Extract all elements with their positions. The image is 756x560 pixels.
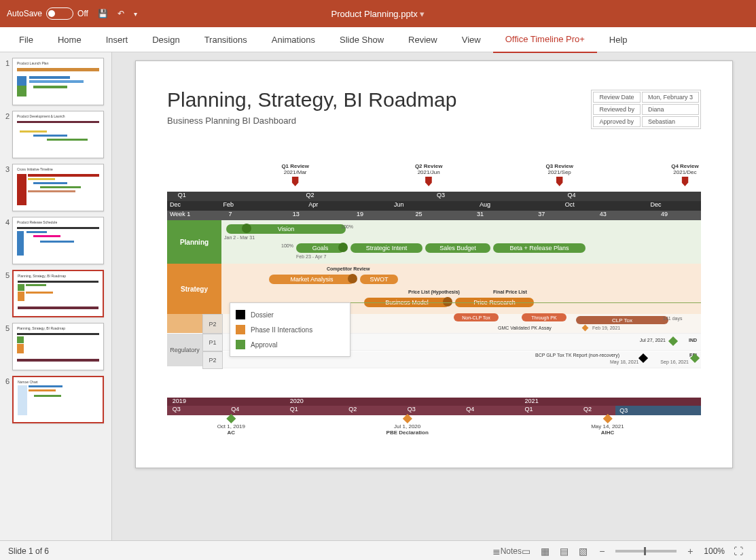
notes-button[interactable]: ≣ Notes xyxy=(500,545,514,557)
zoom-level: 100% xyxy=(704,546,725,556)
normal-view-icon[interactable]: ▭ xyxy=(519,545,533,557)
tab-view[interactable]: View xyxy=(450,27,493,52)
timeline: Q1 Review2021/Mar Q2 Review2021/Jun Q3 R… xyxy=(167,163,701,369)
slide-counter: Slide 1 of 6 xyxy=(8,546,49,556)
tab-office-timeline[interactable]: Office Timeline Pro+ xyxy=(493,27,597,53)
tab-file[interactable]: File xyxy=(7,27,46,52)
legend-popup: Dossier Phase II Interactions Approval xyxy=(230,302,350,357)
fit-icon[interactable]: ⛶ xyxy=(732,545,745,557)
thumbnail[interactable]: 1Product Launch Plan xyxy=(3,58,109,105)
file-name: Product Planning.pptx ▾ xyxy=(331,9,425,19)
zoom-out-icon[interactable]: − xyxy=(595,545,609,557)
thumbnail[interactable]: 5Planning, Strategy, BI Roadmap xyxy=(3,323,109,370)
reading-view-icon[interactable]: ▤ xyxy=(557,545,571,557)
tab-transitions[interactable]: Transitions xyxy=(192,27,259,52)
slide: Planning, Strategy, BI Roadmap Business … xyxy=(135,60,733,468)
week-band: Week 1 7 13 19 25 31 37 43 49 xyxy=(167,211,701,220)
autosave-state: Off xyxy=(77,9,88,18)
tab-review[interactable]: Review xyxy=(396,27,450,52)
status-bar: Slide 1 of 6 ≣ Notes ▭ ▦ ▤ ▧ − + 100% ⛶ xyxy=(0,540,756,560)
tab-insert[interactable]: Insert xyxy=(94,27,141,52)
slideshow-view-icon[interactable]: ▧ xyxy=(576,545,590,557)
month-band: Dec Feb Apr Jun Aug Oct Dec xyxy=(167,201,701,211)
save-icon[interactable]: 💾 xyxy=(98,9,108,18)
slide-thumbnails: 1Product Launch Plan 2Product Developmen… xyxy=(0,52,112,540)
thumbnail[interactable]: 2Product Development & Launch xyxy=(3,111,109,158)
title-bar: AutoSave Off 💾 ↶ ▾ Product Planning.pptx… xyxy=(0,0,756,27)
quarter-band: Q1 Q2 Q3 Q4 xyxy=(167,192,701,201)
tab-animations[interactable]: Animations xyxy=(259,27,327,52)
sorter-view-icon[interactable]: ▦ xyxy=(538,545,552,557)
thumbnail[interactable]: 6Narrow Chart xyxy=(3,376,109,423)
bottom-timeline: 2019 2020 2021 Q3 Q4 Q1 Q2 Q3 Q4 Q1 Q2 Q… xyxy=(167,398,701,442)
tab-home[interactable]: Home xyxy=(46,27,94,52)
meta-table: Review DateMon, February 3 Reviewed byDi… xyxy=(591,90,701,129)
ribbon-tabs: File Home Insert Design Transitions Anim… xyxy=(0,27,756,52)
customize-icon[interactable]: ▾ xyxy=(134,10,137,18)
autosave-toggle[interactable]: AutoSave Off xyxy=(7,7,88,20)
tab-help[interactable]: Help xyxy=(597,27,640,52)
thumbnail[interactable]: 3Cross Initiative Timeline xyxy=(3,164,109,211)
tab-design[interactable]: Design xyxy=(140,27,192,52)
autosave-label: AutoSave xyxy=(7,9,42,18)
thumbnail[interactable]: 4Product Release Schedule xyxy=(3,217,109,264)
zoom-slider[interactable] xyxy=(615,550,677,553)
tab-slideshow[interactable]: Slide Show xyxy=(327,27,396,52)
undo-icon[interactable]: ↶ xyxy=(118,9,124,18)
swimlane-planning: Planning Vision 100% Jan 2 - Mar 31 100%… xyxy=(167,220,701,264)
thumbnail[interactable]: 5Planning, Strategy, BI Roadmap xyxy=(3,270,109,317)
zoom-in-icon[interactable]: + xyxy=(683,545,697,557)
slide-canvas[interactable]: Planning, Strategy, BI Roadmap Business … xyxy=(112,52,756,540)
